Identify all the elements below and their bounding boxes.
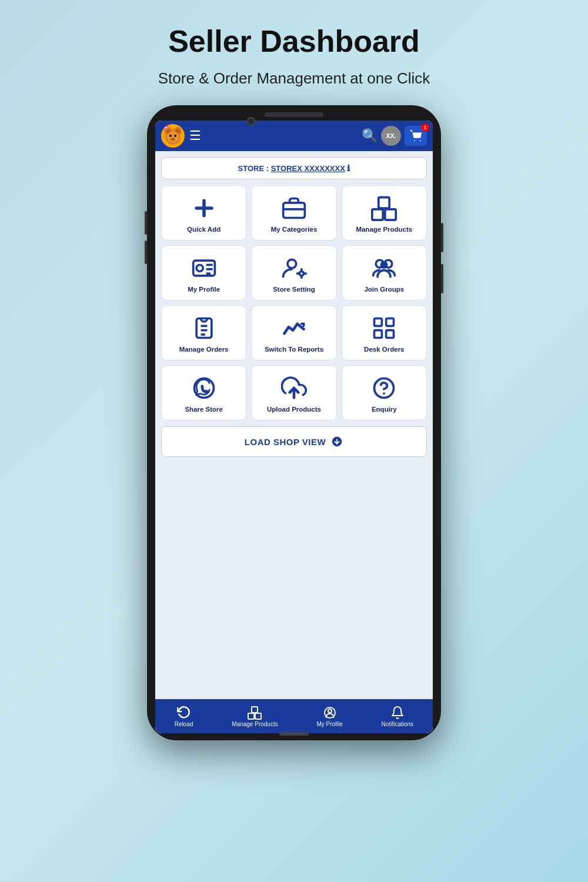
vol-up-button	[145, 211, 147, 235]
page-subtitle: Store & Order Management at one Click	[158, 69, 430, 88]
whatsapp-icon	[191, 375, 217, 401]
svg-rect-44	[255, 713, 261, 719]
svg-point-47	[328, 709, 332, 713]
svg-point-28	[380, 261, 388, 269]
store-setting-card[interactable]: Store Setting	[251, 245, 336, 300]
enquiry-card[interactable]: Enquiry	[342, 365, 427, 420]
quick-add-card[interactable]: Quick Add	[161, 185, 246, 240]
grid-icon	[371, 315, 397, 341]
boxes-icon	[371, 195, 397, 221]
svg-point-5	[167, 131, 179, 143]
tab-notifications-label: Notifications	[382, 721, 413, 727]
svg-rect-33	[375, 319, 382, 326]
svg-rect-18	[379, 198, 389, 208]
tab-reload[interactable]: Reload	[175, 706, 193, 727]
avatar[interactable]: XX.	[381, 126, 401, 146]
upload-products-card[interactable]: Upload Products	[251, 365, 336, 420]
hamburger-menu[interactable]: ☰	[189, 128, 201, 143]
users-icon	[371, 255, 397, 281]
svg-point-20	[196, 265, 203, 272]
bottom-tab-bar: Reload Manage Products My Profile	[155, 699, 433, 733]
svg-rect-17	[385, 209, 396, 220]
page-title: Seller Dashboard	[168, 24, 420, 59]
briefcase-icon	[281, 195, 307, 221]
phone-frame: ☰ 🔍 XX. 1 STORE : STOREX XXXXXX	[147, 105, 441, 740]
app-logo	[161, 124, 185, 148]
id-card-icon	[191, 255, 217, 281]
info-icon[interactable]: ℹ	[347, 163, 350, 173]
svg-rect-36	[386, 330, 394, 338]
tab-manage-products-label: Manage Products	[232, 721, 278, 727]
home-indicator	[279, 732, 309, 736]
nav-right-actions: 🔍 XX. 1	[362, 126, 427, 146]
upload-products-label: Upload Products	[267, 406, 321, 413]
manage-products-label: Manage Products	[356, 226, 412, 233]
load-shop-label: LOAD SHOP VIEW	[245, 437, 326, 447]
share-store-card[interactable]: Share Store	[161, 365, 246, 420]
tab-my-profile[interactable]: My Profile	[316, 706, 342, 727]
download-circle-icon	[330, 435, 343, 448]
quick-add-label: Quick Add	[187, 226, 220, 233]
reload-icon	[177, 706, 191, 720]
store-link[interactable]: STOREX XXXXXXXX	[271, 164, 345, 173]
svg-point-7	[174, 135, 176, 137]
switch-to-reports-card[interactable]: Switch To Reports	[251, 305, 336, 360]
manage-orders-card[interactable]: Manage Orders	[161, 305, 246, 360]
svg-point-40	[383, 392, 385, 395]
svg-point-13	[420, 140, 421, 141]
svg-rect-14	[283, 203, 305, 218]
join-groups-card[interactable]: Join Groups	[342, 245, 427, 300]
svg-rect-43	[248, 713, 254, 719]
svg-point-6	[169, 135, 172, 137]
cart-button[interactable]: 1	[405, 126, 427, 146]
desk-orders-card[interactable]: Desk Orders	[342, 305, 427, 360]
svg-point-12	[414, 140, 415, 141]
tab-reload-label: Reload	[175, 721, 193, 727]
switch-to-reports-label: Switch To Reports	[265, 346, 323, 353]
main-content: STORE : STOREX XXXXXXXX ℹ Quick Add	[155, 151, 433, 699]
bell-icon	[390, 706, 405, 720]
svg-point-8	[171, 138, 175, 141]
my-categories-label: My Categories	[271, 226, 318, 233]
join-groups-label: Join Groups	[364, 286, 404, 293]
phone-speaker	[265, 112, 323, 117]
desk-orders-label: Desk Orders	[364, 346, 404, 353]
vol-down-button	[145, 240, 147, 264]
icon-grid: Quick Add My Categories	[161, 185, 427, 420]
nav-bar: ☰ 🔍 XX. 1	[155, 121, 433, 151]
load-shop-button[interactable]: LOAD SHOP VIEW	[161, 426, 427, 457]
search-icon[interactable]: 🔍	[362, 128, 377, 143]
store-banner: STORE : STOREX XXXXXXXX ℹ	[161, 157, 427, 179]
my-profile-card[interactable]: My Profile	[161, 245, 246, 300]
user-cog-icon	[281, 255, 307, 281]
svg-rect-16	[372, 209, 383, 220]
phone-camera	[247, 117, 255, 125]
side-button-2	[441, 264, 443, 293]
store-setting-label: Store Setting	[273, 286, 315, 293]
enquiry-label: Enquiry	[372, 406, 397, 413]
clipboard-icon	[191, 315, 217, 341]
svg-rect-34	[386, 319, 394, 326]
boxes-bottom-icon	[248, 706, 262, 720]
manage-orders-label: Manage Orders	[179, 346, 229, 353]
svg-point-24	[288, 259, 296, 268]
phone-screen: ☰ 🔍 XX. 1 STORE : STOREX XXXXXX	[155, 121, 433, 733]
tab-notifications[interactable]: Notifications	[382, 706, 413, 727]
cart-badge: 1	[421, 123, 429, 132]
user-circle-icon	[323, 706, 337, 720]
power-button	[441, 223, 443, 252]
svg-rect-35	[375, 330, 382, 338]
my-profile-label: My Profile	[188, 286, 220, 293]
tab-manage-products[interactable]: Manage Products	[232, 706, 278, 727]
upload-icon	[281, 375, 307, 401]
my-categories-card[interactable]: My Categories	[251, 185, 336, 240]
manage-products-card[interactable]: Manage Products	[342, 185, 427, 240]
tab-my-profile-label: My Profile	[316, 721, 342, 727]
svg-rect-45	[252, 707, 258, 713]
question-icon	[371, 375, 397, 401]
plus-icon	[191, 195, 217, 221]
share-store-label: Share Store	[185, 406, 223, 413]
chart-icon	[281, 315, 307, 341]
store-label: STORE :	[238, 164, 271, 173]
